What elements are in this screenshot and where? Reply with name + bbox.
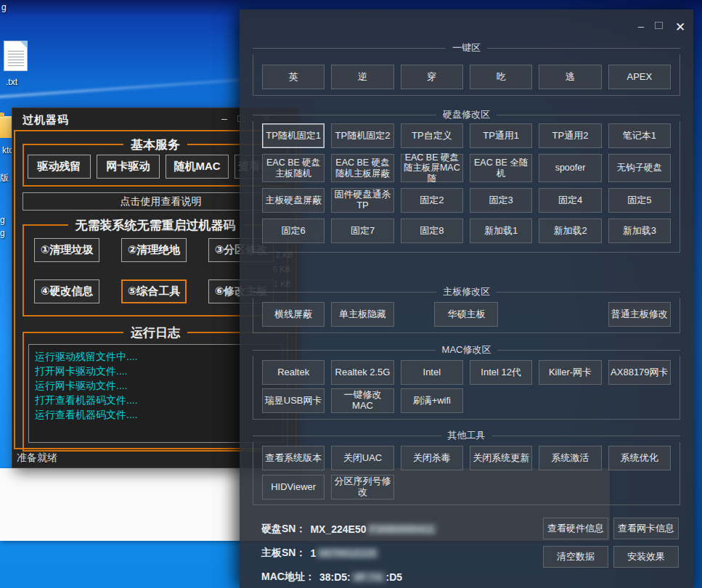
grid-button[interactable]: 穿 — [401, 65, 463, 89]
text-file-icon[interactable] — [4, 41, 28, 71]
disk-sn-censored: F30B0000411 — [367, 523, 438, 535]
grid-button[interactable]: 无钩子硬盘 — [608, 154, 671, 182]
grid-button[interactable]: 逆 — [331, 65, 393, 89]
step-button[interactable]: ①清理垃圾 — [34, 238, 99, 262]
disk-sn-value: MX_224E50 — [310, 523, 366, 535]
divider — [24, 332, 123, 333]
board-sn-censored: 0070012115 — [316, 547, 379, 559]
grid-button[interactable]: Realtek — [262, 360, 325, 385]
grid-button[interactable]: 新加载2 — [539, 219, 601, 243]
grid-button[interactable]: HIDViewer — [262, 475, 325, 499]
close-icon[interactable]: ✕ — [672, 20, 688, 35]
grid-button[interactable]: 固定3 — [470, 188, 532, 213]
minimize-icon[interactable]: – — [217, 113, 232, 124]
footer-button[interactable]: 查看硬件信息 — [543, 518, 608, 539]
grid-button[interactable]: 固定5 — [608, 188, 671, 213]
grid-button[interactable]: 固定4 — [539, 188, 601, 213]
grid-button[interactable]: Intel — [401, 360, 463, 385]
grid-button[interactable]: 笔记本1 — [608, 123, 671, 148]
grid-button[interactable]: 一键修改MAC — [331, 388, 393, 413]
mac-value-suffix: :D5 — [386, 571, 403, 583]
footer-button[interactable]: 安装效果 — [613, 546, 679, 568]
group-title: 运行日志 — [123, 324, 187, 341]
board-sn-value: 1 — [310, 547, 316, 559]
desktop-icon-label[interactable]: g — [0, 215, 5, 225]
section-1: 一键区英逆穿吃逃APEX — [253, 41, 680, 96]
grid-button[interactable]: AX88179网卡 — [608, 360, 671, 385]
grid-button[interactable]: 主板硬盘屏蔽 — [262, 188, 325, 213]
desktop-icon-label[interactable]: g — [1, 2, 7, 12]
divider — [24, 144, 123, 145]
grid-button[interactable]: TP自定义 — [401, 123, 463, 148]
minimize-icon[interactable]: – — [633, 20, 649, 32]
grid-button[interactable]: TP随机固定1 — [262, 123, 325, 148]
section-2: 硬盘修改区TP随机固定1TP随机固定2TP自定义TP通用1TP通用2笔记本1EA… — [253, 108, 680, 253]
grid-button[interactable]: 查看系统版本 — [262, 446, 325, 470]
grid-button[interactable]: 华硕主板 — [434, 302, 498, 327]
disk-sn-label: 硬盘SN： — [261, 523, 306, 536]
right-titlebar[interactable]: – ✕ — [240, 9, 693, 38]
grid-button[interactable]: spoofer — [539, 154, 601, 182]
section-3: 主板修改区横线屏蔽单主板隐藏华硕主板普通主板修改 — [253, 285, 680, 333]
ghost-text: 6 KB — [273, 265, 290, 274]
grid-button[interactable]: TP通用1 — [470, 123, 532, 148]
grid-button[interactable]: TP随机固定2 — [331, 123, 393, 148]
service-button[interactable]: 网卡驱动 — [97, 155, 160, 179]
grid-button[interactable]: 关闭系统更新 — [470, 446, 532, 470]
section-5: 其他工具查看系统版本关闭UAC关闭杀毒关闭系统更新系统激活系统优化HIDView… — [253, 429, 680, 505]
desktop-icon-label[interactable]: .txt — [6, 77, 17, 87]
grid-button[interactable]: 固定8 — [401, 219, 463, 243]
grid-button[interactable]: EAC BE 硬盘随主板屏MAC随 — [401, 154, 463, 182]
grid-button[interactable]: 固件硬盘通杀TP — [331, 188, 393, 213]
grid-button[interactable]: 固定2 — [401, 188, 463, 213]
disk-sn-row: 硬盘SN： MX_224E50 F30B0000411 — [261, 517, 437, 541]
grid-button[interactable]: Killer-网卡 — [539, 360, 601, 385]
grid-button[interactable]: EAC BE 硬盘主板随机 — [262, 154, 325, 182]
section-title: 一键区 — [446, 41, 487, 54]
grid-button[interactable]: 关闭杀毒 — [401, 446, 463, 470]
grid-button[interactable]: 普通主板修改 — [608, 302, 671, 327]
group-title: 基本服务 — [123, 136, 187, 153]
grid-button[interactable]: EAC BE 硬盘随机主板屏蔽 — [331, 154, 393, 182]
grid-button[interactable]: Realtek 2.5G — [331, 360, 393, 385]
section-title: 硬盘修改区 — [436, 108, 497, 121]
grid-button[interactable]: APEX — [608, 65, 671, 89]
footer-button[interactable]: 查看网卡信息 — [613, 518, 679, 539]
grid-button[interactable]: Intel 12代 — [470, 360, 532, 385]
grid-button[interactable]: 系统优化 — [608, 446, 671, 470]
step-button[interactable]: ②清理绝地 — [121, 238, 187, 262]
desktop-icon-label[interactable]: g — [0, 228, 5, 238]
board-sn-label: 主板SN： — [261, 547, 306, 560]
grid-button[interactable]: 英 — [262, 65, 325, 89]
maximize-icon[interactable] — [655, 22, 663, 29]
desktop: g .txt kto 版 g g 过机器码 – ✕ 基本服务 驱动残留网卡驱动随… — [0, 0, 702, 588]
footer-button[interactable]: 清空数据 — [543, 546, 608, 568]
grid-button[interactable]: 瑞昱USB网卡 — [262, 388, 325, 413]
section-title: MAC修改区 — [436, 343, 498, 356]
group-title: 无需装系统无需重启过机器码 — [68, 217, 243, 234]
grid-button[interactable]: 逃 — [539, 65, 601, 89]
grid-button[interactable]: TP通用2 — [539, 123, 601, 148]
grid-button[interactable]: 刷满+wifi — [401, 388, 463, 413]
step-button[interactable]: ⑤综合工具 — [121, 279, 187, 303]
grid-button[interactable]: 固定6 — [262, 219, 325, 243]
grid-button[interactable]: 关闭UAC — [331, 446, 393, 470]
toolbox-window: – ✕ 一键区英逆穿吃逃APEX硬盘修改区TP随机固定1TP随机固定2TP自定义… — [240, 9, 693, 588]
grid-button[interactable]: 固定7 — [331, 219, 393, 243]
grid-button[interactable]: 单主板隐藏 — [331, 302, 393, 327]
mac-row: MAC地址： 38:D5: 4F:7A :D5 — [261, 565, 437, 588]
grid-button[interactable]: 吃 — [470, 65, 532, 89]
grid-button[interactable]: 横线屏蔽 — [262, 302, 325, 327]
grid-button[interactable]: 新加载1 — [470, 219, 532, 243]
section-4: MAC修改区RealtekRealtek 2.5GIntelIntel 12代K… — [253, 343, 680, 420]
service-button[interactable]: 驱动残留 — [28, 155, 91, 179]
grid-button[interactable]: 新加载3 — [608, 219, 671, 243]
service-button[interactable]: 随机MAC — [166, 155, 229, 179]
step-button[interactable]: ④硬改信息 — [34, 279, 99, 303]
hardware-info-footer: 硬盘SN： MX_224E50 F30B0000411 主板SN： 1 0070… — [253, 517, 679, 588]
grid-button[interactable]: 分区序列号修改 — [331, 475, 393, 499]
grid-button[interactable]: 系统激活 — [539, 446, 601, 470]
ghost-text: 2 KB — [276, 250, 293, 259]
grid-button[interactable]: EAC BE 全随机 — [470, 154, 532, 182]
desktop-icon-label[interactable]: 版 — [0, 172, 9, 184]
